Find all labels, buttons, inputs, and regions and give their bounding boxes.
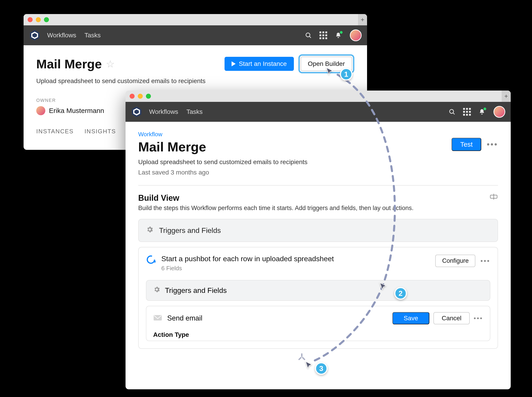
titlebar: +	[126, 91, 511, 102]
traffic-lights[interactable]	[28, 17, 49, 22]
gear-icon	[153, 286, 160, 295]
action-title: Start a pushbot for each row in uploaded…	[161, 255, 334, 263]
search-icon[interactable]	[449, 108, 456, 115]
workflow-description: Upload spreadsheet to send customized em…	[138, 158, 498, 166]
action-type-label: Action Type	[153, 331, 483, 338]
start-instance-button[interactable]: Start an Instance	[225, 57, 294, 71]
page-title: Mail Merge	[138, 139, 452, 154]
apps-icon[interactable]	[463, 108, 470, 115]
inner-triggers-section[interactable]: Triggers and Fields	[146, 280, 490, 301]
top-nav: Workflows Tasks	[24, 25, 367, 45]
notifications-icon[interactable]	[335, 32, 342, 39]
svg-line-9	[453, 113, 455, 114]
notification-dot	[340, 31, 342, 34]
cursor-icon	[304, 361, 314, 370]
inner-triggers-label: Triggers and Fields	[165, 286, 227, 295]
page-title: Mail Merge	[36, 56, 102, 71]
svg-point-3	[306, 33, 310, 37]
more-icon[interactable]: •••	[487, 140, 498, 149]
cursor-icon	[379, 282, 388, 291]
close-dot[interactable]	[130, 94, 135, 99]
tab-instances[interactable]: INSTANCES	[36, 128, 74, 135]
more-icon[interactable]: •••	[474, 315, 483, 322]
nav-tasks[interactable]: Tasks	[84, 32, 101, 39]
window-builder: + Workflows Tasks Workflow Mai	[126, 91, 511, 389]
action-card: Start a pushbot for each row in uploaded…	[138, 247, 498, 349]
step-badge-3: 3	[315, 362, 328, 375]
svg-point-8	[450, 109, 454, 113]
divider	[138, 185, 498, 186]
step-badge-2: 2	[394, 287, 407, 300]
notification-dot	[483, 107, 486, 110]
play-icon	[232, 61, 236, 66]
triggers-section[interactable]: Triggers and Fields	[138, 219, 498, 242]
step-badge-1: 1	[340, 68, 353, 81]
owner-name: Erika Mustermann	[49, 107, 104, 115]
tab-insights[interactable]: INSIGHTS	[84, 128, 116, 135]
loop-icon	[146, 255, 156, 265]
send-email-label: Send email	[167, 314, 202, 322]
new-tab-button[interactable]: +	[358, 14, 367, 25]
app-logo-icon[interactable]	[131, 106, 142, 118]
rename-icon[interactable]	[489, 193, 498, 212]
save-button[interactable]: Save	[393, 312, 430, 324]
titlebar: +	[24, 14, 367, 25]
apps-icon[interactable]	[320, 32, 327, 39]
svg-line-17	[303, 358, 304, 360]
search-icon[interactable]	[305, 32, 312, 39]
action-fields-count: 6 Fields	[161, 265, 334, 272]
minimize-dot[interactable]	[36, 17, 41, 22]
test-button[interactable]: Test	[452, 138, 481, 151]
minimize-dot[interactable]	[138, 94, 143, 99]
configure-button[interactable]: Configure	[435, 255, 475, 267]
cursor-icon	[325, 67, 335, 76]
start-instance-label: Start an Instance	[239, 60, 287, 68]
top-nav: Workflows Tasks	[126, 102, 511, 122]
nav-workflows[interactable]: Workflows	[47, 32, 76, 39]
svg-line-4	[310, 37, 311, 38]
svg-line-15	[299, 358, 301, 360]
owner-avatar	[36, 106, 45, 115]
build-view-title: Build View	[138, 193, 413, 203]
click-splash-icon	[297, 352, 306, 362]
cancel-button[interactable]: Cancel	[433, 312, 469, 324]
build-view-desc: Build the steps this Workflow performs e…	[138, 205, 413, 212]
zoom-dot[interactable]	[44, 17, 49, 22]
app-logo-icon[interactable]	[29, 30, 40, 41]
mail-icon	[153, 314, 162, 322]
star-icon[interactable]: ☆	[106, 58, 115, 70]
nav-workflows[interactable]: Workflows	[149, 108, 178, 115]
new-tab-button[interactable]: +	[502, 91, 511, 102]
svg-point-12	[147, 256, 154, 263]
avatar[interactable]	[494, 106, 505, 118]
breadcrumb[interactable]: Workflow	[138, 131, 498, 138]
page-subtitle: Upload spreadsheet to send customized em…	[36, 77, 354, 85]
avatar[interactable]	[350, 29, 362, 41]
zoom-dot[interactable]	[146, 94, 151, 99]
gear-icon	[146, 226, 154, 235]
notifications-icon[interactable]	[479, 108, 485, 115]
traffic-lights[interactable]	[130, 94, 151, 99]
nav-tasks[interactable]: Tasks	[186, 108, 203, 115]
close-dot[interactable]	[28, 17, 33, 22]
more-icon[interactable]: •••	[480, 257, 490, 265]
last-saved: Last saved 3 months ago	[138, 169, 498, 176]
send-email-card: Send email Save Cancel ••• Action Type	[146, 306, 490, 341]
triggers-label: Triggers and Fields	[159, 226, 221, 235]
